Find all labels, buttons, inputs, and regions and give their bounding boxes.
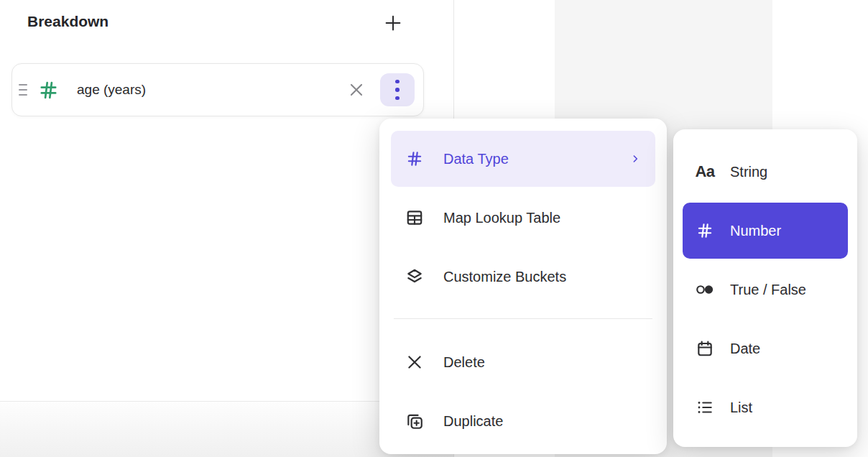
close-icon: [347, 80, 366, 99]
submenu-item-true-false[interactable]: True / False: [683, 262, 848, 318]
menu-item-delete[interactable]: Delete: [391, 334, 655, 390]
submenu-item-number[interactable]: Number: [683, 203, 848, 259]
boolean-circles-icon: [693, 280, 716, 299]
menu-item-label: Duplicate: [443, 413, 503, 430]
plus-icon: [382, 12, 404, 34]
chevron-right-icon: [629, 153, 641, 165]
hash-icon: [693, 221, 716, 240]
submenu-item-label: List: [730, 400, 752, 416]
menu-item-label: Map Lookup Table: [443, 210, 560, 226]
page-title: Breakdown: [27, 13, 108, 30]
calendar-icon: [693, 339, 716, 358]
breakdown-field-card[interactable]: age (years): [11, 63, 424, 116]
field-context-menu: Data Type Map Lookup Table Customize Buc…: [379, 119, 667, 454]
remove-field-button[interactable]: [346, 79, 367, 101]
stack-layers-icon: [405, 267, 424, 286]
menu-item-data-type[interactable]: Data Type: [391, 131, 655, 187]
field-more-options-button[interactable]: [380, 73, 415, 106]
field-label: age (years): [77, 82, 146, 98]
submenu-item-label: Date: [730, 341, 760, 357]
number-hash-icon: [37, 79, 60, 101]
submenu-item-list[interactable]: List: [683, 379, 848, 435]
data-type-submenu: Aa String Number True / False Date List: [673, 129, 857, 447]
menu-item-label: Customize Buckets: [443, 269, 566, 285]
add-breakdown-button[interactable]: [381, 11, 405, 35]
table-icon: [405, 208, 424, 227]
submenu-item-string[interactable]: Aa String: [683, 144, 848, 200]
drag-handle-icon[interactable]: [17, 80, 29, 100]
copy-plus-icon: [405, 412, 424, 430]
menu-item-customize-buckets[interactable]: Customize Buckets: [391, 249, 655, 305]
string-aa-icon: Aa: [693, 162, 716, 181]
submenu-item-label: Number: [730, 223, 781, 239]
submenu-item-label: True / False: [730, 282, 806, 298]
hash-icon: [405, 149, 424, 168]
submenu-item-label: String: [730, 164, 767, 180]
menu-item-map-lookup-table[interactable]: Map Lookup Table: [391, 190, 655, 246]
menu-item-label: Delete: [443, 354, 485, 371]
submenu-item-date[interactable]: Date: [683, 320, 848, 377]
list-icon: [693, 398, 716, 417]
menu-divider: [394, 318, 652, 319]
menu-item-duplicate[interactable]: Duplicate: [391, 393, 655, 449]
x-icon: [405, 353, 424, 371]
menu-item-label: Data Type: [443, 151, 509, 167]
dots-vertical-icon: [395, 80, 400, 84]
